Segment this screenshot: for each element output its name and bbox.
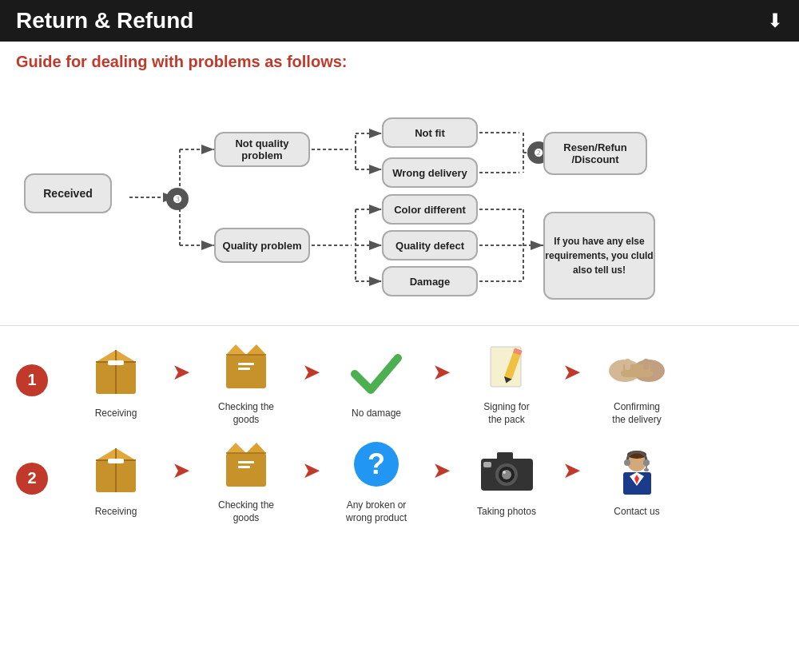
svg-marker-53 bbox=[226, 443, 246, 453]
step-2-receiving-label: Receiving bbox=[95, 506, 137, 519]
step-2-broken-label: Any broken orwrong product bbox=[346, 499, 407, 524]
arrow-icon: ⬇ bbox=[767, 10, 783, 32]
svg-rect-46 bbox=[643, 359, 649, 370]
checking2-icon bbox=[210, 432, 282, 496]
step-1-confirming: Confirmingthe delivery bbox=[577, 334, 697, 426]
checking-icon bbox=[210, 334, 282, 398]
step-2-contact-label: Contact us bbox=[614, 506, 659, 519]
fc-not-quality: Not quality problem bbox=[214, 132, 310, 167]
fc-wrong-delivery: Wrong delivery bbox=[382, 157, 478, 188]
svg-rect-30 bbox=[226, 355, 266, 388]
fc-resen-refund: Resen/Refun /Discount bbox=[543, 132, 647, 175]
svg-marker-31 bbox=[226, 344, 246, 355]
step-1-checking: Checking thegoods bbox=[186, 334, 306, 426]
process-row-1: 1 Receiving ➤ bbox=[16, 334, 783, 426]
svg-rect-51 bbox=[108, 459, 124, 463]
contact-icon bbox=[601, 439, 673, 503]
fc-damage: Damage bbox=[382, 266, 478, 296]
step-2-contact: Contact us bbox=[577, 439, 697, 519]
svg-rect-43 bbox=[617, 360, 623, 372]
process-section: 1 Receiving ➤ bbox=[0, 325, 799, 524]
fc-received: Received bbox=[24, 173, 112, 213]
flowchart-inner: Received ❸ Not quality problem Quality p… bbox=[16, 78, 783, 317]
svg-marker-32 bbox=[246, 344, 266, 355]
step-2-number: 2 bbox=[16, 463, 48, 495]
fc-any-requirements: If you have any else requirements, you c… bbox=[543, 212, 655, 300]
receiving-icon bbox=[80, 340, 152, 404]
svg-rect-64 bbox=[497, 452, 513, 460]
step-1-signing: Signing forthe pack bbox=[447, 334, 566, 426]
step-2-photos: Taking photos bbox=[447, 439, 566, 519]
step-2-items: Receiving ➤ Checking thegoods ➤ bbox=[56, 432, 783, 524]
step-2-photos-label: Taking photos bbox=[477, 506, 536, 519]
svg-point-72 bbox=[624, 459, 630, 466]
svg-rect-29 bbox=[108, 360, 124, 365]
svg-rect-35 bbox=[238, 368, 250, 370]
svg-rect-52 bbox=[226, 453, 266, 487]
svg-text:?: ? bbox=[368, 447, 385, 480]
guide-subtitle: Guide for dealing with problems as follo… bbox=[0, 42, 799, 78]
fc-badge3: ❸ bbox=[166, 188, 189, 210]
step-1-receiving: Receiving bbox=[56, 340, 176, 420]
svg-rect-57 bbox=[238, 466, 250, 468]
svg-rect-56 bbox=[238, 461, 254, 463]
fc-color-different: Color different bbox=[382, 194, 478, 225]
svg-rect-44 bbox=[625, 359, 630, 370]
step-1-nodamage: No damage bbox=[316, 340, 436, 420]
step-1-checking-label: Checking thegoods bbox=[218, 401, 274, 426]
process-row-2: 2 Receiving ➤ bbox=[16, 432, 783, 524]
svg-rect-45 bbox=[650, 360, 657, 372]
step-1-nodamage-label: No damage bbox=[352, 408, 401, 420]
confirming-icon bbox=[601, 334, 673, 398]
svg-point-66 bbox=[503, 471, 506, 474]
step-1-receiving-label: Receiving bbox=[95, 408, 137, 420]
svg-marker-54 bbox=[246, 443, 266, 453]
fc-quality: Quality problem bbox=[214, 228, 310, 263]
fc-quality-defect: Quality defect bbox=[382, 230, 478, 260]
step-1-confirming-label: Confirmingthe delivery bbox=[612, 401, 661, 426]
camera-icon bbox=[471, 439, 543, 503]
svg-rect-34 bbox=[238, 363, 254, 365]
svg-rect-65 bbox=[483, 462, 491, 467]
step-1-number: 1 bbox=[16, 364, 48, 396]
step-1-items: Receiving ➤ Checking thegoods bbox=[56, 334, 783, 426]
broken-icon: ? bbox=[340, 432, 412, 496]
signing-icon bbox=[471, 334, 543, 398]
header: Return & Refund ⬇ bbox=[0, 0, 799, 42]
step-2-receiving: Receiving bbox=[56, 439, 176, 519]
step-2-broken: ? Any broken orwrong product bbox=[316, 432, 436, 524]
page-title: Return & Refund bbox=[16, 8, 193, 34]
fc-not-fit: Not fit bbox=[382, 117, 478, 148]
svg-rect-74 bbox=[646, 463, 647, 469]
svg-point-75 bbox=[644, 468, 649, 471]
flowchart-section: Received ❸ Not quality problem Quality p… bbox=[0, 78, 799, 325]
receiving2-icon bbox=[80, 439, 152, 503]
step-2-checking-label: Checking thegoods bbox=[218, 499, 274, 524]
nodamage-icon bbox=[340, 340, 412, 404]
step-2-checking: Checking thegoods bbox=[186, 432, 306, 524]
step-1-signing-label: Signing forthe pack bbox=[483, 401, 529, 426]
